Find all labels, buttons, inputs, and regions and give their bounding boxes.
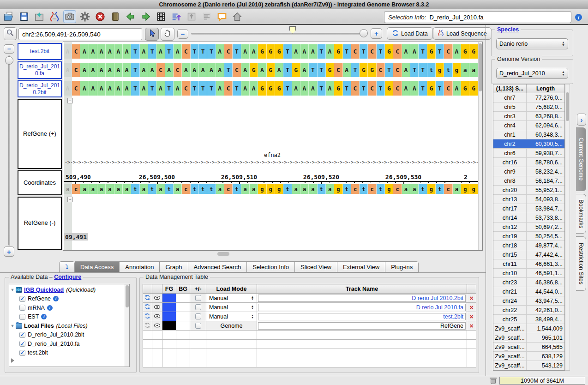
forward-icon[interactable] [139,10,152,23]
chromosome-row-chr22[interactable]: chr2242,261,0... [493,306,564,315]
refresh-track-icon[interactable] [143,312,152,321]
genome-version-dropdown[interactable]: D_rerio_Jul_2010 ▲▼ [496,68,568,79]
dataset-checkbox[interactable]: ✓ [19,332,25,338]
gene-name-label[interactable]: efna2 [258,152,287,158]
export-image-camera-icon[interactable] [63,10,76,23]
track-label-refgene-minus[interactable]: RefGene (-) [18,197,62,250]
side-tab-bookmarks[interactable]: Bookmarks [576,194,586,234]
chromosome-row-zv9-scaff-[interactable]: Zv9_scaff...543,129 [493,361,564,370]
chromosome-row-chr18[interactable]: chr1849,877,4... [493,241,564,250]
length-column-header[interactable]: Length [527,84,564,93]
chromosome-row-chr9[interactable]: chr958,232,4... [493,167,564,176]
fg-color-cell[interactable] [162,294,176,303]
chromosome-row-chr7[interactable]: chr777,276,0... [493,93,564,102]
load-mode-stepper-icon[interactable]: ▲▼ [251,296,254,301]
chromosome-row-chr1[interactable]: chr160,348,3... [493,130,564,139]
track-label-fa[interactable]: D_rerio_Jul_2010.fa [18,61,62,79]
chromosome-row-chr16[interactable]: chr1658,780,6... [493,158,564,167]
back-icon[interactable] [124,10,137,23]
chromosome-row-chr4[interactable]: chr462,094,6... [493,121,564,130]
preferences-gear-icon[interactable] [78,10,91,23]
server-label[interactable]: IGB Quickload [24,287,64,293]
plus-minus-checkbox[interactable] [195,313,201,319]
tree-server-igb-quickload[interactable]: ▼IGBIGB Quickload(Quickload) [9,285,124,295]
tab-external-view[interactable]: External View [337,261,385,272]
help-book-icon[interactable] [109,10,122,23]
chromosome-row-chr15[interactable]: chr1547,442,4... [493,250,564,259]
tree-item-d-rerio-jul-2010-fa[interactable]: ✓D_rerio_Jul_2010.fa [9,339,124,349]
load-mode-stepper-icon[interactable]: ▲▼ [251,305,254,310]
chromosome-row-chr19[interactable]: chr1950,254,5... [493,232,564,241]
print-icon[interactable] [33,10,46,23]
vertical-zoom-slider[interactable] [8,55,10,246]
location-input[interactable] [18,28,142,40]
eye-visibility-icon[interactable] [152,303,162,312]
info-icon[interactable]: i [47,305,53,311]
chromosome-row-chr21[interactable]: chr2144,544,0... [493,287,564,296]
vertical-zoom-thumb[interactable] [5,56,13,65]
zoom-out-button[interactable]: − [177,29,188,39]
delete-track-icon[interactable]: × [469,313,473,320]
open-file-icon[interactable] [2,10,15,23]
collapse-track-icon[interactable]: − [67,98,73,103]
info-icon[interactable]: i [53,296,59,301]
dataset-checkbox[interactable]: ✓ [19,296,25,302]
load-mode-stepper-icon[interactable]: ▲▼ [251,314,254,319]
gene-model-arrow[interactable]: ->->->->->->->->->->->->->->->->->->->->… [65,160,478,166]
feedback-bubble-icon[interactable] [216,10,228,23]
chromosome-row-chr6[interactable]: chr659,938,7... [493,149,564,158]
chromosome-row-chr8[interactable]: chr856,184,7... [493,176,564,186]
track-label-test2bit[interactable]: test.2bit [18,43,62,60]
tab-plug-ins[interactable]: Plug-ins [385,261,419,272]
horizontal-zoom-slider[interactable] [191,33,366,35]
dataset-checkbox[interactable]: ✓ [19,350,25,356]
tab-advanced-search[interactable]: Advanced Search [188,261,247,272]
genome-vertical-scrollbar-thumb[interactable] [479,43,482,91]
side-tab-restriction-sites[interactable]: Restriction Sites [576,236,586,291]
collapse-track-icon[interactable]: − [67,197,73,202]
chromosome-row-chr10[interactable]: chr1046,591,1... [493,269,564,278]
chromosome-row-chr23[interactable]: chr2346,386,8... [493,278,564,287]
configure-link[interactable]: Configure [54,274,81,280]
refresh-track-icon[interactable] [143,321,152,331]
export-track-icon[interactable] [170,10,183,23]
home-icon[interactable] [231,10,244,23]
info-icon[interactable]: i [575,14,582,21]
plus-minus-checkbox[interactable] [195,295,201,301]
refresh-track-icon[interactable] [143,303,152,312]
track-label-2bit[interactable]: D_rerio_Jul_2010.2bit [18,80,62,97]
info-icon[interactable]: i [41,314,47,319]
fg-color-cell[interactable] [162,303,176,312]
chromosome-row-chr5[interactable]: chr575,682,0... [493,102,564,112]
collapsed-server-arrow-icon[interactable] [11,358,14,363]
chromosome-row-zv9-scaff-[interactable]: Zv9_scaff...664,565 [493,343,564,352]
chromosome-row-zv9-scaff-[interactable]: Zv9_scaff...1,544,009 [493,324,564,333]
vertical-zoom-in-button[interactable]: + [4,247,14,257]
tree-expander-icon[interactable]: ▼ [9,324,16,328]
vertical-zoom-out-button[interactable]: − [4,44,14,54]
stop-icon[interactable] [94,10,107,23]
tree-item-test-2bit[interactable]: ✓test.2bit [9,349,124,358]
track-label-refgene-plus[interactable]: RefGene (+) [18,99,62,169]
tree-item-mrna[interactable]: mRNAi [9,303,124,313]
chromosome-row-chr11[interactable]: chr1146,661,3... [493,259,564,269]
tree-server-local-files[interactable]: ▼Local Files(Local Files) [9,321,124,331]
bg-color-cell[interactable] [176,312,190,321]
tree-expander-icon[interactable]: ▼ [9,288,16,292]
bg-color-cell[interactable] [176,303,190,312]
expand-side-panel-button[interactable]: › [577,114,586,126]
delete-track-icon[interactable]: × [469,295,473,302]
chromosome-row-chr13[interactable]: chr1354,093,8... [493,195,564,204]
fg-color-cell[interactable] [162,321,176,331]
bg-color-cell[interactable] [176,294,190,303]
chromosome-row-chr3[interactable]: chr363,268,8... [493,112,564,121]
tab-sliced-view[interactable]: Sliced View [295,261,337,272]
load-mode-cell[interactable]: Manual▲▼ [206,303,257,312]
dna-sequence-icon[interactable] [48,10,61,23]
chromosome-row-chr12[interactable]: chr1250,697,2... [493,223,564,232]
genome-horizontal-scrollbar-thumb[interactable] [217,252,229,256]
tree-scrollbar-thumb[interactable] [126,285,129,307]
refresh-track-icon[interactable] [143,294,152,303]
chromosome-row-chr2[interactable]: chr260,300,5... [493,139,564,149]
tab-annotation[interactable]: Annotation [120,261,160,272]
